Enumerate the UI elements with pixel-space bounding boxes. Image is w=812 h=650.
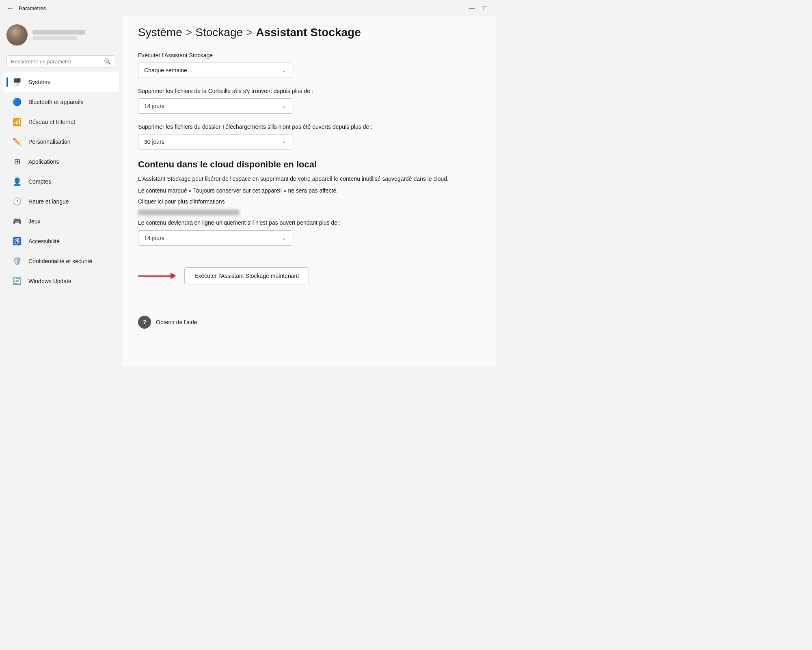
confidentialite-icon: 🛡️ [11,256,23,267]
sidebar-item-systeme[interactable]: 🖥️ Système [3,72,119,92]
comptes-icon: 👤 [11,176,23,187]
sidebar: 🔍 🖥️ Système 🔵 Bluetooth et appareils 📶 … [0,16,122,366]
sidebar-item-accessibilite[interactable]: ♿ Accessibilité [3,232,119,251]
profile-email [32,36,77,40]
sidebar-item-label: Windows Update [28,278,71,284]
run-now-button[interactable]: Exécuter l'Assistant Stockage maintenant [184,267,309,284]
run-dropdown-arrow: ⌄ [282,67,286,73]
sidebar-item-label: Accessibilité [28,238,60,245]
cloud-link[interactable]: Cliquer ici pour plus d'informations [138,198,480,205]
search-input[interactable] [11,58,101,65]
cloud-dropdown-value: 14 jours [144,235,164,241]
recycle-dropdown-arrow: ⌄ [282,103,286,109]
title-bar-title: Paramètres [19,5,46,11]
downloads-dropdown[interactable]: 30 jours ⌄ [138,134,292,150]
search-icon: 🔍 [104,58,111,65]
title-bar: ← Paramètres — □ [0,0,496,16]
minimize-button[interactable]: — [466,4,477,13]
run-now-section: Exécuter l'Assistant Stockage maintenant [138,259,480,292]
sidebar-item-label: Système [28,79,50,85]
avatar [6,24,28,46]
arrow-indicator [138,273,176,279]
breadcrumb-part1: Système [138,26,182,39]
downloads-dropdown-arrow: ⌄ [282,139,286,145]
back-button[interactable]: ← [6,4,14,13]
search-box[interactable]: 🔍 [6,55,115,67]
run-dropdown[interactable]: Chaque semaine ⌄ [138,63,292,78]
windows-update-icon: 🔄 [11,275,23,287]
arrow-line [138,275,171,277]
breadcrumb-part2: Stockage [195,26,243,39]
downloads-dropdown-value: 30 jours [144,139,164,145]
sidebar-item-personnalisation[interactable]: ✏️ Personnalisation [3,132,119,152]
cloud-user-name [138,210,240,215]
arrow-head [171,273,176,279]
cloud-text1: L'Assistant Stockage peut libérer de l'e… [138,175,480,183]
sidebar-item-confidentialite[interactable]: 🛡️ Confidentialité et sécurité [3,251,119,271]
help-icon: ? [138,316,151,329]
sidebar-item-heure[interactable]: 🕐 Heure et langue [3,192,119,211]
run-label: Exécuter l'Assistant Stockage [138,52,480,58]
breadcrumb-sep2: > [246,26,253,39]
cloud-user-note: Le contenu deviendra en ligne-uniquement… [138,219,480,227]
window-controls: — □ [466,4,490,13]
maximize-button[interactable]: □ [481,4,490,13]
sidebar-item-reseau[interactable]: 📶 Réseau et Internet [3,112,119,132]
personnalisation-icon: ✏️ [11,136,23,147]
help-text[interactable]: Obtenir de l'aide [156,319,197,325]
sidebar-item-label: Applications [28,158,59,165]
cloud-section: Contenu dans le cloud disponible en loca… [138,159,480,246]
breadcrumb: Système > Stockage > Assistant Stockage [138,26,480,39]
cloud-dropdown-arrow: ⌄ [282,235,286,241]
main-layout: 🔍 🖥️ Système 🔵 Bluetooth et appareils 📶 … [0,16,496,366]
sidebar-item-bluetooth[interactable]: 🔵 Bluetooth et appareils [3,92,119,112]
cloud-text2: Le contenu marqué « Toujours conserver s… [138,186,480,195]
reseau-icon: 📶 [11,116,23,128]
bluetooth-icon: 🔵 [11,96,23,108]
heure-icon: 🕐 [11,196,23,207]
sidebar-item-label: Réseau et Internet [28,119,75,125]
run-dropdown-value: Chaque semaine [144,67,187,74]
applications-icon: ⊞ [11,156,23,167]
sidebar-item-jeux[interactable]: 🎮 Jeux [3,212,119,231]
sidebar-item-windows-update[interactable]: 🔄 Windows Update [3,271,119,291]
nav-list: 🖥️ Système 🔵 Bluetooth et appareils 📶 Ré… [0,72,122,291]
cloud-dropdown[interactable]: 14 jours ⌄ [138,230,292,246]
profile-section[interactable] [0,21,122,52]
run-frequency-section: Exécuter l'Assistant Stockage Chaque sem… [138,52,480,78]
profile-info [32,30,85,40]
accessibilite-icon: ♿ [11,236,23,247]
downloads-section: Supprimer les fichiers du dossier Téléch… [138,124,480,150]
cloud-title: Contenu dans le cloud disponible en loca… [138,159,480,170]
sidebar-item-label: Confidentialité et sécurité [28,258,92,264]
sidebar-item-label: Personnalisation [28,139,71,145]
downloads-label: Supprimer les fichiers du dossier Téléch… [138,124,480,130]
content-area: Système > Stockage > Assistant Stockage … [122,16,496,366]
recycle-dropdown-value: 14 jours [144,103,164,109]
breadcrumb-part3: Assistant Stockage [256,26,361,39]
sidebar-item-applications[interactable]: ⊞ Applications [3,152,119,171]
sidebar-item-label: Bluetooth et appareils [28,99,83,105]
systeme-icon: 🖥️ [11,76,23,88]
profile-name [32,30,85,35]
sidebar-item-label: Heure et langue [28,198,69,205]
recycle-section: Supprimer les fichiers de la Corbeille s… [138,88,480,114]
jeux-icon: 🎮 [11,216,23,227]
recycle-label: Supprimer les fichiers de la Corbeille s… [138,88,480,94]
recycle-dropdown[interactable]: 14 jours ⌄ [138,98,292,114]
breadcrumb-sep1: > [186,26,192,39]
sidebar-item-comptes[interactable]: 👤 Comptes [3,172,119,191]
sidebar-item-label: Jeux [28,218,41,225]
help-section: ? Obtenir de l'aide [138,309,480,329]
sidebar-item-label: Comptes [28,178,51,185]
